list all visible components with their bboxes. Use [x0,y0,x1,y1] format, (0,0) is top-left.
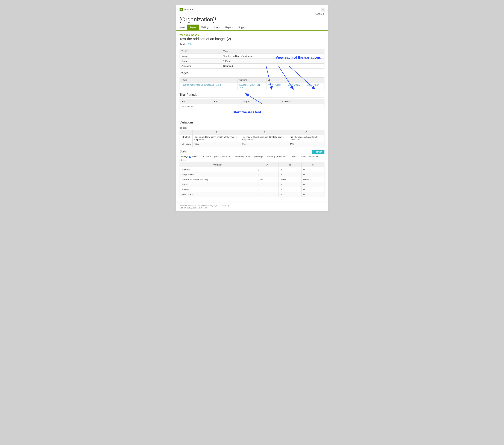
checkbox-facebook-input[interactable] [274,156,277,158]
var-col-label [180,130,193,135]
checkbox-twitter-input[interactable] [288,156,290,158]
start-link[interactable]: Start [239,86,244,89]
checkbox-basics[interactable]: Basics [189,156,198,158]
table-row: Raising money for Chewbacca's ... (13) M… [180,83,324,90]
checkbox-share-gen-input[interactable] [298,156,300,158]
stats-newusers-c: 0 [302,192,324,197]
page-main-title: Test the addition of an image. (2) [180,37,324,41]
var-row-alloc-b: 25% [240,142,288,147]
refresh-button[interactable]: Refresh [312,150,324,154]
var-col-a: A [193,130,240,135]
table-row: Intro text <p><span>Chewbacca should tot… [180,135,324,142]
checkbox-one-time[interactable]: One-time Orders [212,156,231,158]
checkbox-recurring-input[interactable] [232,156,234,158]
checkbox-one-time-input[interactable] [212,156,215,158]
stats-newusers-b: 0 [279,192,302,197]
checkbox-share-gen[interactable]: Share Generations [298,156,318,158]
test-info-table: Test 2 Values Name Test the addition of … [180,49,324,69]
page-row-a: View Apply [267,83,286,90]
test-section-header: Test - Edit [180,43,324,47]
checkbox-one-time-label: One-time Orders [215,156,231,158]
actionkit-logo-icon: AK [180,8,183,11]
stats-actors-b: 0 [279,182,302,187]
stats-heading: Stats [180,150,187,154]
checkbox-mailings[interactable]: Mailings [252,156,263,158]
var-col-b: B [240,130,288,135]
apply-link-b[interactable]: Apply [294,84,300,86]
table-row: Viewers 0 0 0 [180,167,324,172]
var-row-intro-c: <p>Chewbacca should totally have ...</p> [288,135,324,142]
table-row: Page Views 0 0 0 [180,172,324,177]
pages-table: Page Options A B Raising money for Chewb… [180,77,324,90]
var-row-alloc-a: 50% [193,142,240,147]
view-link-c[interactable]: View [307,84,312,86]
checkbox-shares[interactable]: Shares [264,156,273,158]
trial-col-pages: Pages [242,99,280,104]
test-row-name-label: Name [180,54,221,59]
gear-icon[interactable]: ⚙ [323,13,324,15]
view-link-b[interactable]: View [288,84,293,86]
pages-section-wrapper: Pages Page Options A B Raising money [180,71,324,90]
table-row: Percent of Viewers Acting 0.0% 0.0% 0.0% [180,177,324,182]
checkbox-all-orders-input[interactable] [199,156,201,158]
view-link-a[interactable]: View [268,84,273,86]
nav-users[interactable]: Users [212,25,223,30]
trial-col-end: End [212,99,242,104]
search-button[interactable]: 🔍 [321,8,324,12]
manage-link[interactable]: Manage [239,84,248,86]
page-row-c: View Apply [305,83,324,90]
variations-table: A B C Intro text <p><span>Chewbacca shou… [180,130,324,147]
checkbox-facebook[interactable]: Facebook [274,156,287,158]
page-row-b: View Apply [286,83,305,90]
test-table-header-col1: Test 2 [180,49,221,54]
nav-support[interactable]: Support [236,25,249,30]
stats-pageviews-a: 0 [256,172,279,177]
apply-link-c[interactable]: Apply [314,84,320,86]
trial-periods-heading: Trial Periods [180,93,324,98]
trial-periods-table: Start End Pages Options No trials yet. [180,99,324,109]
checkbox-mailings-label: Mailings [255,156,263,158]
checkbox-recurring-label: Recurring Orders [235,156,251,158]
trial-periods-section: Trial Periods Start End Pages Options No… [180,93,324,109]
checkbox-all-orders[interactable]: All Orders [199,156,211,158]
apply-link-a[interactable]: Apply [275,84,281,86]
search-box[interactable]: 🔍 [296,8,324,12]
stats-pva-b: 0.0% [279,177,302,182]
page-row-link[interactable]: Raising money for Chewbacca's ... (13) [180,83,238,90]
page-link[interactable]: Raising money for Chewbacca's ... (13) [181,84,221,86]
checkbox-recurring[interactable]: Recurring Orders [232,156,251,158]
test-row-scope-value: 1 Page [221,59,324,64]
checkbox-twitter[interactable]: Twitter [288,156,297,158]
table-row: New Users 0 0 0 [180,192,324,197]
search-input[interactable] [296,8,321,12]
stats-actions-b: 0 [279,187,302,192]
checkbox-shares-input[interactable] [264,156,266,158]
trial-col-options: Options [280,99,324,104]
table-row: Allocation 50% 25% 25% [180,142,324,147]
view-link-options[interactable]: View [250,84,254,86]
trial-col-start: Start [180,99,212,104]
table-row: Scope 1 Page [180,59,324,64]
logo-text: ActionKit [184,8,193,11]
nav-reports[interactable]: Reports [223,25,236,30]
stats-newusers-label: New Users [180,192,256,197]
nav-mailings[interactable]: Mailings [199,25,212,30]
pages-col-page: Page [180,78,238,83]
checkbox-mailings-input[interactable] [252,156,254,158]
table-row: No trials yet. [180,104,324,109]
nav-pages[interactable]: Pages [187,25,199,30]
stats-table: Variation A B C Viewers 0 0 0 Page Views… [180,162,324,197]
edit-link-options[interactable]: Edit [256,84,260,86]
stats-viewers-label: Viewers [180,167,256,172]
checkbox-facebook-label: Facebook [277,156,287,158]
stats-viewers-a: 0 [256,167,279,172]
checkbox-basics-input[interactable] [189,156,191,158]
stats-actors-label: Actors [180,182,256,187]
checkbox-basics-label: Basics [192,156,198,158]
breadcrumb: TEST DASHBOARD [180,34,324,36]
edit-link[interactable]: Edit [188,43,192,46]
nav-home[interactable]: Home [176,25,187,30]
stats-pva-label: Percent of Viewers Acting [180,177,256,182]
test-title-prefix: Test - [180,43,186,46]
stats-col-b: B [279,162,302,167]
